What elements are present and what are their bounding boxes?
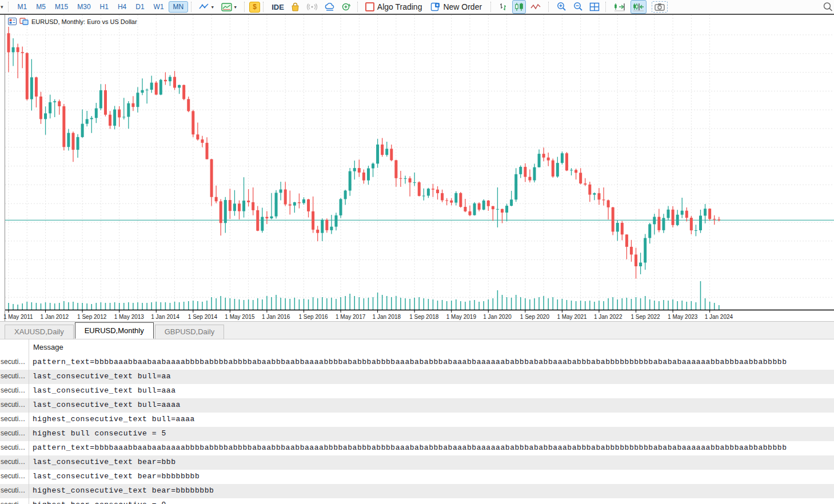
x-axis-label: 1 Jan 2014 bbox=[151, 314, 179, 320]
ide-button[interactable]: IDE bbox=[272, 3, 284, 11]
market-bag-button[interactable] bbox=[289, 1, 301, 13]
log-source-truncated: secuti… bbox=[1, 486, 27, 494]
log-source-truncated: secuti… bbox=[1, 429, 27, 437]
x-axis-label: 1 Jan 2016 bbox=[262, 314, 290, 320]
signals-button[interactable] bbox=[305, 1, 320, 13]
chart-shift-button[interactable] bbox=[631, 0, 647, 14]
log-row[interactable]: secuti…highest_consecutive_text bull=aaa… bbox=[0, 413, 834, 427]
log-message: pattern_text=bbbbaaabbaabaabaaaabbbbabbb… bbox=[33, 358, 787, 366]
depth-of-market-icon[interactable] bbox=[19, 18, 29, 25]
log-source-truncated: secuti… bbox=[1, 415, 27, 423]
zigzag-line-icon bbox=[530, 3, 541, 11]
zoom-in-button[interactable] bbox=[555, 1, 568, 13]
algo-trading-button[interactable]: Algo Trading bbox=[364, 1, 424, 13]
chart-type-line-button[interactable]: ▼ bbox=[198, 1, 217, 13]
candlestick-mode-button[interactable] bbox=[512, 0, 526, 14]
x-axis-label: 1 Sep 2020 bbox=[520, 314, 549, 320]
x-axis-label: 1 Sep 2014 bbox=[188, 314, 217, 320]
x-axis-label: 1 Jan 2018 bbox=[373, 314, 401, 320]
log-source-truncated: secuti… bbox=[1, 372, 27, 380]
chart-tab-eurusd[interactable]: EURUSD,Monthly bbox=[75, 322, 154, 339]
signal-waves-icon bbox=[306, 3, 318, 11]
x-axis-label: 1 Jan 2024 bbox=[705, 314, 733, 320]
new-order-button[interactable]: New Order bbox=[429, 1, 483, 13]
log-message: highest_consecutive_text bull=aaaa bbox=[33, 415, 195, 423]
market-dollar-icon[interactable]: $ bbox=[249, 2, 260, 13]
toolbox-panel: Message secuti…pattern_text=bbbbaaabbaab… bbox=[0, 339, 834, 504]
tile-windows-button[interactable] bbox=[588, 1, 601, 13]
add-signal-button[interactable] bbox=[340, 1, 353, 13]
candlestick-chart[interactable] bbox=[5, 15, 834, 313]
log-source-truncated: secuti… bbox=[1, 458, 27, 466]
x-axis-label: 1 Jan 2022 bbox=[594, 314, 622, 320]
line-chart-mode-button[interactable] bbox=[529, 1, 542, 13]
line-chart-icon bbox=[199, 3, 209, 11]
log-row[interactable]: secuti…highest bear consecutive = 9 bbox=[0, 498, 834, 504]
new-order-icon bbox=[430, 2, 440, 11]
x-axis-label: 1 May 2013 bbox=[114, 314, 144, 320]
toolbar-separator bbox=[8, 2, 10, 12]
grid-layer bbox=[5, 15, 834, 310]
algo-trading-icon bbox=[365, 2, 374, 11]
x-axis-label: 1 Sep 2016 bbox=[298, 314, 328, 320]
one-click-trading-icon[interactable] bbox=[8, 18, 17, 25]
chart-tab-gbpusd[interactable]: GBPUSD,Daily bbox=[155, 325, 224, 339]
log-message: highest bull consecutive = 5 bbox=[33, 429, 166, 438]
chart-window[interactable]: EURUSD, Monthly: Euro vs US Dollar 1 May… bbox=[0, 14, 834, 322]
zoom-out-icon bbox=[573, 2, 584, 12]
log-message: last_consecutive_text bull=aa bbox=[33, 372, 171, 381]
column-divider[interactable] bbox=[29, 339, 29, 504]
timeframe-m30[interactable]: M30 bbox=[73, 1, 95, 13]
auto-scroll-icon bbox=[613, 2, 626, 11]
log-row[interactable]: secuti…highest bull consecutive = 5 bbox=[0, 427, 834, 441]
chevron-down-icon: ▼ bbox=[233, 5, 237, 9]
timeframe-h1[interactable]: H1 bbox=[95, 1, 113, 13]
cloud-button[interactable] bbox=[323, 1, 337, 13]
screenshot-button[interactable] bbox=[652, 1, 668, 13]
timeframe-m15[interactable]: M15 bbox=[50, 1, 73, 13]
x-axis-label: 1 Sep 2012 bbox=[77, 314, 106, 320]
x-axis-label: 1 May 2017 bbox=[336, 314, 365, 320]
log-row[interactable]: secuti…last_consecutive_text bear=bbbbbb… bbox=[0, 470, 834, 484]
new-order-label: New Order bbox=[443, 2, 482, 11]
bar-chart-mode-button[interactable] bbox=[497, 1, 509, 13]
timeframe-w1[interactable]: W1 bbox=[149, 1, 169, 13]
chart-tab-bar: XAUUSD,DailyEURUSD,MonthlyGBPUSD,Daily bbox=[0, 321, 834, 339]
log-row[interactable]: secuti…last_consecutive_text bull=aa bbox=[0, 370, 834, 384]
camera-icon bbox=[655, 3, 665, 11]
log-message: last_consecutive_text bull=aaa bbox=[33, 386, 176, 395]
toolbar-separator bbox=[490, 2, 493, 12]
toolbar-separator bbox=[244, 2, 246, 12]
timeframe-m1[interactable]: M1 bbox=[13, 1, 32, 13]
zoom-out-button[interactable] bbox=[572, 1, 585, 13]
log-source-truncated: secuti… bbox=[1, 401, 27, 409]
main-toolbar: ▾ M1M5M15M30H1H4D1W1MN ▼ ▼ $ IDE bbox=[0, 0, 834, 14]
toolbar-separator bbox=[357, 2, 360, 12]
log-row[interactable]: secuti…highest_consecutive_text bear=bbb… bbox=[0, 484, 834, 498]
timeframe-m5[interactable]: M5 bbox=[31, 1, 50, 13]
timeframe-d1[interactable]: D1 bbox=[131, 1, 149, 13]
timeframe-h4[interactable]: H4 bbox=[113, 1, 131, 13]
log-row[interactable]: secuti…pattern_text=bbbbaaabbaabaabaaaab… bbox=[0, 355, 834, 370]
log-row[interactable]: secuti…last_consecutive_text bear=bbb bbox=[0, 455, 834, 470]
timeframe-mn[interactable]: MN bbox=[169, 1, 189, 13]
log-row[interactable]: secuti…last_consecutive_text bull=aaaa bbox=[0, 398, 834, 413]
log-row[interactable]: secuti…last_consecutive_text bull=aaa bbox=[0, 384, 834, 398]
message-column-header[interactable]: Message bbox=[33, 343, 63, 351]
algo-trading-label: Algo Trading bbox=[377, 2, 422, 11]
chart-tab-xauusd[interactable]: XAUUSD,Daily bbox=[5, 325, 74, 339]
log-rows: secuti…pattern_text=bbbbaaabbaabaabaaaab… bbox=[0, 355, 834, 504]
x-axis-label: 1 May 2011 bbox=[3, 314, 33, 320]
log-message: pattern_text=bbbbaaabbaabaabaaaabbbbabbb… bbox=[33, 443, 787, 452]
cloud-icon bbox=[324, 3, 336, 11]
chart-shift-icon bbox=[632, 2, 645, 11]
auto-scroll-button[interactable] bbox=[612, 1, 627, 13]
log-row[interactable]: secuti…pattern_text=bbbbaaabbaabaabaaaab… bbox=[0, 441, 834, 455]
x-axis-label: 1 May 2021 bbox=[557, 314, 586, 320]
log-source-truncated: secuti… bbox=[1, 472, 27, 480]
toolbar-overflow-icon[interactable]: ▾ bbox=[1, 4, 3, 10]
search-button[interactable] bbox=[823, 2, 833, 12]
toolbar-separator bbox=[263, 2, 265, 12]
log-message: last_consecutive_text bear=bbbbbbbb bbox=[33, 472, 199, 481]
indicator-window-button[interactable]: ▼ bbox=[220, 1, 240, 13]
